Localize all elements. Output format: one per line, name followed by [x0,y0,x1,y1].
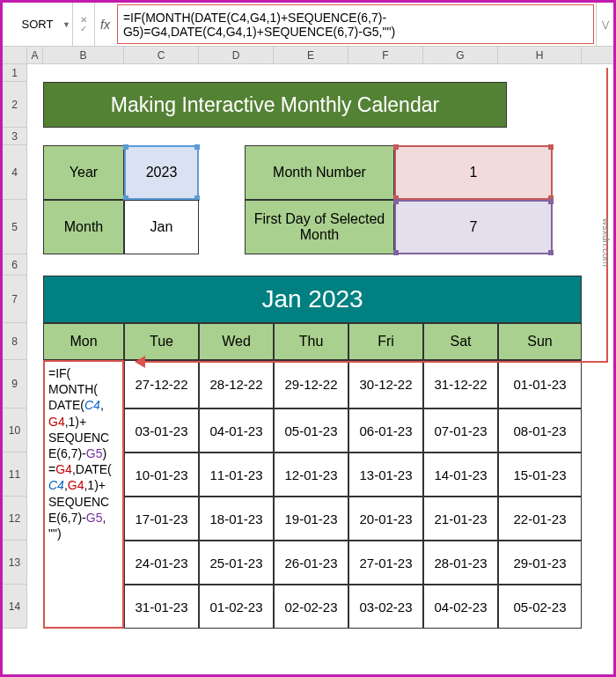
first-day-cell[interactable]: 7 [394,200,553,254]
formula-bar: SORT ▼ ✕ ✓ fx =IF(MONTH(DATE(C4,G4,1)+SE… [3,3,613,47]
row-header[interactable]: 11 [3,453,27,497]
column-headers: A B C D E F G H [3,47,613,64]
day-header-thu: Thu [274,323,348,360]
row-header[interactable]: 7 [3,276,27,323]
calendar-cell[interactable]: 30-12-22 [348,360,423,408]
calendar-cell[interactable]: 15-01-23 [498,453,582,497]
expand-formula-icon[interactable]: ⋁ [596,3,613,46]
calendar-cell[interactable]: 05-01-23 [274,408,348,453]
calendar-cell[interactable]: 11-01-23 [199,453,274,497]
first-day-label: First Day of Selected Month [245,200,394,254]
calendar-cell[interactable]: 18-01-23 [199,497,274,541]
calendar-cell[interactable]: 13-01-23 [348,453,423,497]
day-header-sun: Sun [498,323,582,360]
calendar-row: 03-01-23 04-01-23 05-01-23 06-01-23 07-0… [124,408,582,453]
page-title: Making Interactive Monthly Calendar [43,82,507,128]
day-header-wed: Wed [199,323,274,360]
calendar-cell[interactable]: 22-01-23 [498,497,582,541]
year-label: Year [43,145,124,200]
col-header-E[interactable]: E [274,47,348,63]
calendar-row: 31-01-23 01-02-23 02-02-23 03-02-23 04-0… [124,585,582,629]
calendar-cell[interactable]: 19-01-23 [274,497,348,541]
row-header[interactable]: 3 [3,128,27,145]
name-box[interactable]: SORT ▼ [3,3,73,46]
row-header[interactable]: 14 [3,585,27,629]
col-header-A[interactable]: A [27,47,43,63]
calendar-cell[interactable]: 04-02-23 [423,585,498,629]
calendar-cell[interactable]: 03-02-23 [348,585,423,629]
year-value-cell[interactable]: 2023 [124,145,199,200]
calendar-cell[interactable]: 17-01-23 [124,497,199,541]
calendar-cell[interactable]: 01-02-23 [199,585,274,629]
calendar-cell[interactable]: 31-12-22 [423,360,498,408]
calendar-cell[interactable]: 21-01-23 [423,497,498,541]
annotation-arrow-line [142,361,608,363]
row-header[interactable]: 13 [3,541,27,585]
formula-actions: ✕ ✓ [73,3,95,46]
row-header[interactable]: 6 [3,254,27,276]
accept-icon[interactable]: ✓ [80,25,87,33]
row-header[interactable]: 10 [3,408,27,453]
first-day-value: 7 [470,219,478,235]
row-header[interactable]: 1 [3,64,27,82]
calendar-grid: 27-12-22 28-12-22 29-12-22 30-12-22 31-1… [124,360,582,629]
calendar-cell[interactable]: 08-01-23 [498,408,582,453]
col-header-D[interactable]: D [199,47,274,63]
calendar-row: 17-01-23 18-01-23 19-01-23 20-01-23 21-0… [124,497,582,541]
calendar-cell[interactable]: 26-01-23 [274,541,348,585]
active-cell-formula[interactable]: =IF( MONTH( DATE(C4, G4,1)+ SEQUENC E(6,… [43,360,124,629]
calendar-row: 27-12-22 28-12-22 29-12-22 30-12-22 31-1… [124,360,582,408]
calendar-cell[interactable]: 02-02-23 [274,585,348,629]
annotation-arrow-icon [135,356,145,368]
annotation-arrow-line [606,68,608,363]
row-header[interactable]: 5 [3,200,27,254]
month-number-cell[interactable]: 1 [394,145,553,200]
chevron-down-icon[interactable]: ▼ [62,20,70,29]
calendar-cell[interactable]: 24-01-23 [124,541,199,585]
calendar-cell[interactable]: 03-01-23 [124,408,199,453]
calendar-cell[interactable]: 10-01-23 [124,453,199,497]
day-header-fri: Fri [348,323,423,360]
row-header[interactable]: 12 [3,497,27,541]
row-header[interactable]: 9 [3,360,27,408]
worksheet[interactable]: Making Interactive Monthly Calendar Year… [27,64,613,629]
calendar-cell[interactable]: 07-01-23 [423,408,498,453]
credit-text: wsxdn.com [601,218,612,267]
calendar-cell[interactable]: 28-01-23 [423,541,498,585]
calendar-cell[interactable]: 05-02-23 [498,585,582,629]
calendar-cell[interactable]: 25-01-23 [199,541,274,585]
col-header-B[interactable]: B [43,47,124,63]
month-value-cell[interactable]: Jan [124,200,199,254]
calendar-cell[interactable]: 29-12-22 [274,360,348,408]
calendar-row: 10-01-23 11-01-23 12-01-23 13-01-23 14-0… [124,453,582,497]
calendar-row: 24-01-23 25-01-23 26-01-23 27-01-23 28-0… [124,541,582,585]
col-header-F[interactable]: F [348,47,423,63]
calendar-title: Jan 2023 [43,276,582,323]
calendar-cell[interactable]: 14-01-23 [423,453,498,497]
calendar-cell[interactable]: 20-01-23 [348,497,423,541]
calendar-cell[interactable]: 29-01-23 [498,541,582,585]
calendar-day-headers: Mon Tue Wed Thu Fri Sat Sun [43,323,582,360]
day-header-mon: Mon [43,323,124,360]
col-header-G[interactable]: G [423,47,498,63]
month-number-label: Month Number [245,145,394,200]
col-header-C[interactable]: C [124,47,199,63]
select-all-corner[interactable] [3,47,27,63]
col-header-H[interactable]: H [498,47,582,63]
cancel-icon[interactable]: ✕ [80,16,87,25]
calendar-cell[interactable]: 04-01-23 [199,408,274,453]
name-box-value: SORT [22,18,54,31]
calendar-cell[interactable]: 27-01-23 [348,541,423,585]
fx-icon[interactable]: fx [95,3,115,46]
row-header[interactable]: 2 [3,82,27,128]
formula-input[interactable]: =IF(MONTH(DATE(C4,G4,1)+SEQUENCE(6,7)-G5… [117,4,594,44]
calendar-cell[interactable]: 01-01-23 [498,360,582,408]
calendar-cell[interactable]: 31-01-23 [124,585,199,629]
row-header[interactable]: 8 [3,323,27,360]
calendar-cell[interactable]: 12-01-23 [274,453,348,497]
calendar-cell[interactable]: 28-12-22 [199,360,274,408]
calendar-cell[interactable]: 06-01-23 [348,408,423,453]
month-number-value: 1 [470,165,478,180]
row-header[interactable]: 4 [3,145,27,200]
day-header-sat: Sat [423,323,498,360]
